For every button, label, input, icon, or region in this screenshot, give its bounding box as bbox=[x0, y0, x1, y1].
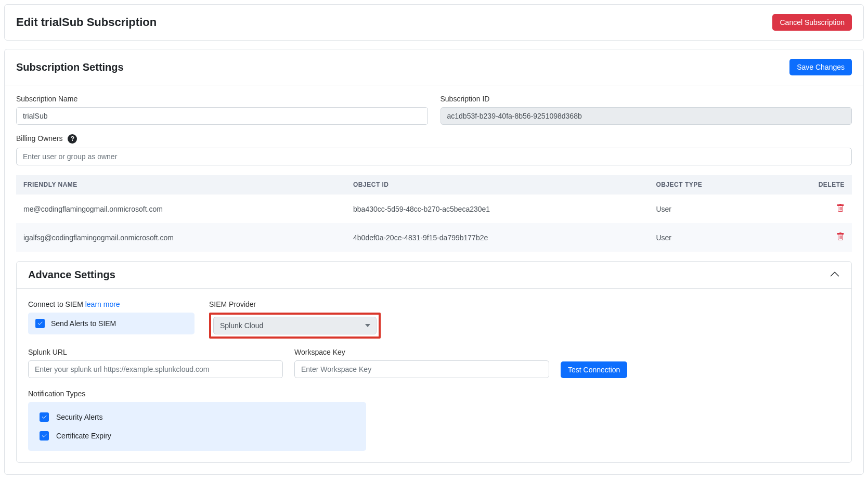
cancel-subscription-button[interactable]: Cancel Subscription bbox=[772, 14, 852, 31]
page-header: Edit trialSub Subscription Cancel Subscr… bbox=[5, 5, 863, 40]
certificate-expiry-label: Certificate Expiry bbox=[56, 432, 111, 440]
cell-friendly: igalfsg@codingflamingogmail.onmicrosoft.… bbox=[16, 223, 346, 252]
connect-siem-text: Connect to SIEM bbox=[28, 300, 85, 308]
advance-settings-title: Advance Settings bbox=[28, 269, 115, 281]
security-alerts-label: Security Alerts bbox=[56, 413, 102, 421]
owners-table: FRIENDLY NAME OBJECT ID OBJECT TYPE DELE… bbox=[16, 175, 852, 252]
send-alerts-box: Send Alerts to SIEM bbox=[28, 313, 195, 334]
siem-provider-highlight bbox=[209, 313, 381, 339]
notification-types-label: Notification Types bbox=[28, 390, 840, 398]
splunk-url-input[interactable] bbox=[28, 360, 283, 378]
advance-settings-toggle[interactable]: Advance Settings bbox=[17, 262, 851, 289]
subscription-name-label: Subscription Name bbox=[16, 95, 428, 103]
col-friendly-name: FRIENDLY NAME bbox=[16, 175, 346, 195]
cell-object-type: User bbox=[649, 223, 770, 252]
connect-siem-label: Connect to SIEM learn more bbox=[28, 300, 195, 308]
col-delete: DELETE bbox=[770, 175, 852, 195]
cell-friendly: me@codingflamingogmail.onmicrosoft.com bbox=[16, 195, 346, 223]
cell-object-type: User bbox=[649, 195, 770, 223]
trash-icon[interactable] bbox=[836, 205, 845, 214]
splunk-url-label: Splunk URL bbox=[28, 348, 283, 356]
subscription-id-label: Subscription ID bbox=[441, 95, 852, 103]
workspace-key-input[interactable] bbox=[294, 360, 549, 378]
settings-title: Subscription Settings bbox=[16, 61, 124, 73]
page-title: Edit trialSub Subscription bbox=[16, 16, 157, 29]
settings-header: Subscription Settings Save Changes bbox=[5, 49, 863, 85]
subscription-id-input bbox=[441, 107, 852, 125]
siem-provider-select[interactable] bbox=[213, 317, 377, 334]
billing-owners-text: Billing Owners bbox=[16, 134, 62, 143]
save-changes-button[interactable]: Save Changes bbox=[789, 59, 852, 75]
col-object-type: OBJECT TYPE bbox=[649, 175, 770, 195]
table-row: me@codingflamingogmail.onmicrosoft.com b… bbox=[16, 195, 852, 223]
trash-icon[interactable] bbox=[836, 234, 845, 242]
cell-object-id: 4b0def0a-20ce-4831-9f15-da799b177b2e bbox=[346, 223, 649, 252]
cell-object-id: bba430cc-5d59-48cc-b270-ac5beca230e1 bbox=[346, 195, 649, 223]
help-icon[interactable]: ? bbox=[68, 134, 77, 144]
chevron-up-icon bbox=[830, 269, 840, 281]
table-row: igalfsg@codingflamingogmail.onmicrosoft.… bbox=[16, 223, 852, 252]
notification-types-box: Security Alerts Certificate Expiry bbox=[28, 402, 366, 451]
security-alerts-checkbox[interactable] bbox=[40, 412, 49, 422]
send-alerts-checkbox[interactable] bbox=[35, 319, 45, 328]
send-alerts-label: Send Alerts to SIEM bbox=[51, 319, 116, 328]
subscription-name-input[interactable] bbox=[16, 107, 428, 125]
workspace-key-label: Workspace Key bbox=[294, 348, 549, 356]
siem-provider-label: SIEM Provider bbox=[209, 300, 381, 308]
billing-owners-label: Billing Owners ? bbox=[16, 134, 852, 144]
billing-owners-input[interactable] bbox=[16, 148, 852, 165]
learn-more-link[interactable]: learn more bbox=[85, 300, 120, 308]
certificate-expiry-checkbox[interactable] bbox=[40, 431, 49, 441]
col-object-id: OBJECT ID bbox=[346, 175, 649, 195]
test-connection-button[interactable]: Test Connection bbox=[561, 361, 627, 378]
